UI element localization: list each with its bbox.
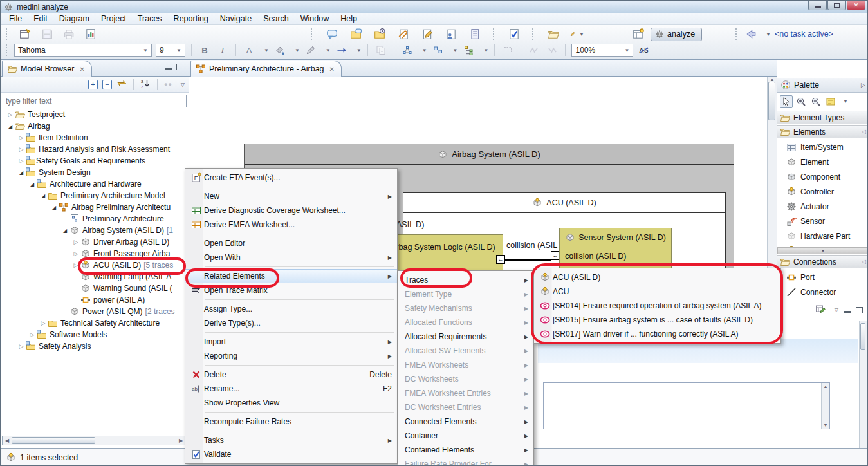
menu-item-related-elements[interactable]: Related Elements▶ (185, 269, 397, 283)
submenu-item-fmea-worksheet-entries[interactable]: FMEA Worksheet Entries▶ (398, 386, 533, 400)
tree-item-acu[interactable]: ▷ACU (ASIL D)[5 traces (1, 259, 189, 271)
font-color-button[interactable]: A (242, 43, 256, 57)
menu-item-create-fta-events[interactable]: Create FTA Event(s)... (185, 171, 397, 185)
menu-item-assign-type[interactable]: Assign Type... (185, 302, 397, 316)
select-tool[interactable] (780, 95, 793, 108)
submenu-item-allocated-functions[interactable]: Allocated Functions▶ (398, 315, 533, 330)
tree-item-item-definition[interactable]: ▷Item Definition (1, 132, 189, 144)
menu-item-reporting[interactable]: Reporting▶ (185, 349, 397, 363)
filter-input[interactable] (3, 95, 187, 107)
horizontal-scrollbar[interactable]: ◀ ▶ (2, 436, 186, 445)
tree-item-software-models[interactable]: ▷Software Models (1, 329, 189, 340)
close-tab-icon[interactable]: ✕ (329, 66, 335, 73)
menu-item-import[interactable]: Import▶ (185, 335, 397, 349)
copy-appearance-button[interactable] (374, 43, 388, 57)
drawer-element-types[interactable]: Element Types (777, 111, 868, 124)
new-button[interactable] (18, 27, 32, 41)
palette-header[interactable]: Palette ▷ (777, 78, 868, 93)
open-perspective-button[interactable] (631, 27, 645, 41)
menu-item-rename[interactable]: Rename...F2 (185, 382, 397, 396)
menu-diagram[interactable]: Diagram (53, 13, 95, 24)
italic-button[interactable]: I (216, 43, 230, 57)
menu-item-open-editor[interactable]: Open Editor (185, 236, 397, 250)
expander-icon[interactable]: ◢ (60, 228, 69, 234)
menu-item-open-with[interactable]: Open With▶ (185, 250, 397, 265)
dropdown-arrow-icon[interactable]: ▼ (453, 48, 458, 53)
dropdown-arrow-icon[interactable]: ▼ (143, 48, 148, 53)
expander-icon[interactable]: ▷ (28, 331, 37, 338)
scrollbar-thumb[interactable] (768, 82, 775, 120)
minimize-view-icon[interactable] (844, 307, 851, 313)
tree-item-preliminary-architecture-diagram[interactable]: Preliminary Architecture (1, 213, 189, 225)
expand-all-button[interactable]: + (88, 80, 98, 89)
note-tool[interactable] (824, 95, 837, 108)
menu-item-tasks[interactable]: Tasks▶ (185, 433, 397, 447)
tree-item-safety-goals[interactable]: ▷Safety Goals and Requirements (1, 155, 189, 167)
submenu-item-allocated-sw-elements[interactable]: Allocated SW Elements▶ (398, 344, 533, 358)
document-button[interactable] (468, 27, 482, 41)
comment-button[interactable] (325, 27, 339, 41)
font-family-combo[interactable]: Tahoma▼ (14, 44, 152, 57)
dropdown-arrow-icon[interactable]: ▼ (295, 48, 300, 53)
expander-icon[interactable]: ◢ (50, 205, 59, 210)
submenu-item-fmea-worksheets[interactable]: FMEA Worksheets▶ (398, 358, 533, 372)
trace-item-acu[interactable]: ACU (534, 284, 780, 299)
expander-icon[interactable]: ▷ (71, 262, 80, 268)
title-bar[interactable]: medini analyze ✕ (1, 1, 867, 13)
submenu-item-safety-mechanisms[interactable]: Safety Mechanisms▶ (398, 301, 533, 315)
palette-item-connector[interactable]: Connector (777, 285, 868, 299)
menu-edit[interactable]: Edit (28, 13, 53, 24)
sort-alphabetical-button[interactable] (140, 79, 151, 91)
marker-pen-button[interactable]: ▼ (570, 27, 584, 41)
tree-item-power-port[interactable]: power (ASIL A) (1, 294, 189, 306)
tree-item-preliminary-architecture-model[interactable]: ◢Preliminary Architecture Model (1, 190, 189, 201)
properties-scrollbar[interactable] (859, 321, 867, 449)
submenu-item-container[interactable]: Container▶ (398, 429, 533, 443)
expander-icon[interactable]: ▷ (17, 146, 26, 153)
hide-bendpoints-button[interactable] (545, 43, 559, 57)
menu-navigate[interactable]: Navigate (214, 13, 257, 24)
minimize-button[interactable] (808, 1, 827, 10)
bold-button[interactable]: B (198, 43, 212, 57)
expander-icon[interactable]: ▷ (17, 158, 26, 164)
menu-window[interactable]: Window (295, 13, 335, 24)
palette-item-controller[interactable]: Controller (777, 185, 868, 199)
dropdown-arrow-icon[interactable]: ▼ (356, 48, 362, 53)
expander-icon[interactable]: ▷ (17, 343, 26, 350)
maximize-button[interactable] (827, 1, 846, 10)
tree-item-front-passenger-airbag[interactable]: ▷Front Passenger Airba (1, 248, 189, 259)
expander-icon[interactable]: ◢ (17, 170, 26, 176)
tree-item-hazard-analysis[interactable]: ▷Hazard Analysis and Risk Assessment (1, 144, 189, 155)
tree-item-warning-lamp[interactable]: Warning Lamp (ASIL A (1, 271, 189, 283)
tree-item-warning-sound[interactable]: Warning Sound (ASIL ( (1, 283, 189, 294)
validate-button[interactable] (507, 27, 521, 41)
submenu-item-element-type[interactable]: Element Type▶ (398, 287, 533, 301)
arrange-graph-button[interactable] (400, 43, 414, 57)
palette-item-hardware-part[interactable]: Hardware Part (777, 229, 868, 243)
submenu-item-dc-worksheet-entries[interactable]: DC Worksheet Entries▶ (398, 400, 533, 415)
tree-item-airbag-system[interactable]: ◢Airbag System (ASIL D)[1 (1, 225, 189, 236)
scroll-left-icon[interactable]: ◀ (3, 438, 12, 443)
show-bendpoints-button[interactable] (527, 43, 541, 57)
submenu-item-contained-elements[interactable]: Contained Elements▶ (398, 443, 533, 457)
menu-search[interactable]: Search (257, 13, 295, 24)
submenu-item-allocated-requirements[interactable]: Allocated Requirements▶ (398, 330, 533, 344)
scroll-up-icon[interactable]: ▲ (824, 384, 828, 389)
trace-item-sr017[interactable]: [SR017] Warn driver if ... functioning c… (534, 327, 780, 341)
properties-text-area[interactable]: ▲▼ (543, 382, 830, 429)
note-dropdown-icon[interactable]: ▼ (843, 98, 848, 104)
menu-help[interactable]: Help (335, 13, 363, 24)
zoom-combo[interactable]: 100%▼ (571, 44, 633, 57)
acu-header[interactable]: ACU (ASIL D) (403, 193, 725, 213)
dropdown-arrow-icon[interactable]: ▼ (422, 48, 427, 53)
print-button[interactable] (62, 27, 76, 41)
back-arrow-button[interactable] (744, 27, 758, 41)
tree-item-airbag[interactable]: ◢Airbag (1, 120, 189, 132)
menu-project[interactable]: Project (95, 13, 132, 24)
submenu-item-connected-elements[interactable]: Connected Elements▶ (398, 415, 533, 429)
text-scrollbar[interactable]: ▲▼ (821, 383, 829, 429)
port-collision-right[interactable]: ← (551, 251, 560, 260)
line-style-button[interactable] (335, 43, 349, 57)
palette-scroll-indicator[interactable]: ▼ (777, 247, 868, 254)
pin-drawer-icon[interactable]: ◁ (862, 129, 866, 135)
